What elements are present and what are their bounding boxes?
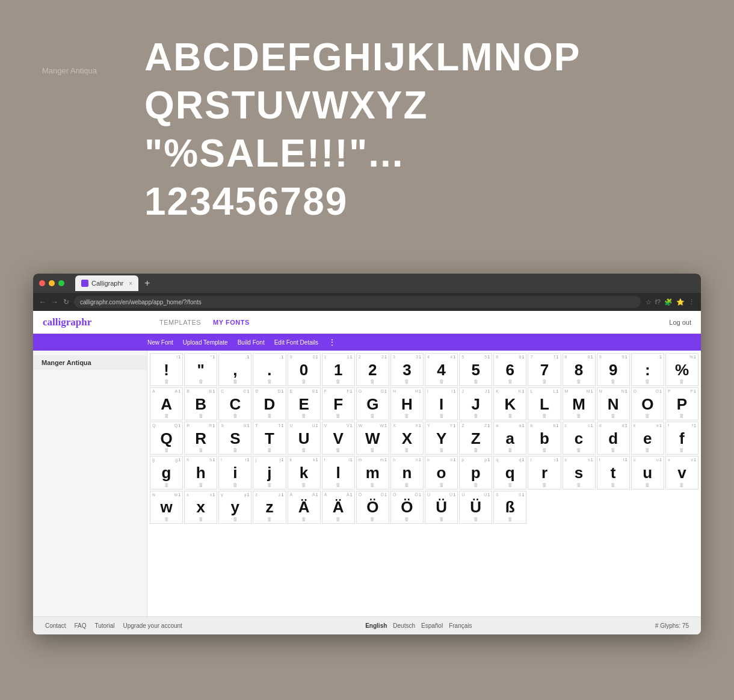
- glyph-cell[interactable]: kk1k🗑: [288, 456, 321, 489]
- logout-button[interactable]: Log out: [669, 319, 691, 326]
- glyph-delete-icon[interactable]: 🗑: [267, 447, 272, 453]
- glyph-delete-icon[interactable]: 🗑: [576, 482, 581, 488]
- nav-my-fonts[interactable]: MY FONTS: [213, 319, 250, 326]
- glyph-delete-icon[interactable]: 🗑: [473, 517, 478, 522]
- glyph-cell[interactable]: 4414🗑: [425, 353, 458, 386]
- lang-francais[interactable]: Français: [449, 622, 472, 629]
- account-icon[interactable]: f?: [655, 298, 661, 306]
- maximize-window-button[interactable]: [58, 280, 64, 286]
- glyph-cell[interactable]: QQ1Q🗑: [150, 422, 183, 455]
- glyph-delete-icon[interactable]: 🗑: [508, 447, 513, 453]
- glyph-cell[interactable]: uu1u🗑: [631, 456, 664, 489]
- more-actions-button[interactable]: ⋮: [328, 337, 336, 347]
- glyph-cell[interactable]: ÜÜ1Ü🗑: [459, 491, 492, 524]
- build-font-button[interactable]: Build Font: [238, 339, 265, 346]
- glyph-delete-icon[interactable]: 🗑: [336, 413, 341, 419]
- lang-english[interactable]: English: [365, 622, 387, 629]
- glyph-delete-icon[interactable]: 🗑: [679, 413, 684, 419]
- glyph-delete-icon[interactable]: 🗑: [645, 447, 650, 453]
- glyph-cell[interactable]: DD1D🗑: [253, 387, 286, 420]
- glyph-delete-icon[interactable]: 🗑: [199, 517, 203, 522]
- glyph-delete-icon[interactable]: 🗑: [439, 447, 444, 453]
- glyph-delete-icon[interactable]: 🗑: [267, 482, 272, 488]
- glyph-cell[interactable]: ßß1ß🗑: [493, 491, 526, 524]
- glyph-cell[interactable]: :1:🗑: [631, 353, 664, 386]
- glyph-cell[interactable]: XX1X🗑: [390, 422, 424, 455]
- glyph-delete-icon[interactable]: 🗑: [473, 379, 478, 384]
- glyph-cell[interactable]: LL1L🗑: [528, 387, 561, 420]
- glyph-delete-icon[interactable]: 🗑: [404, 447, 409, 453]
- glyph-cell[interactable]: ff1f🗑: [665, 422, 699, 455]
- glyph-cell[interactable]: VV1V🗑: [322, 422, 355, 455]
- glyph-delete-icon[interactable]: 🗑: [508, 413, 513, 419]
- glyph-delete-icon[interactable]: 🗑: [542, 447, 547, 453]
- glyph-delete-icon[interactable]: 🗑: [199, 482, 203, 488]
- glyph-delete-icon[interactable]: 🗑: [576, 447, 581, 453]
- glyph-cell[interactable]: KK1K🗑: [493, 387, 526, 420]
- lang-espanol[interactable]: Español: [421, 622, 443, 629]
- glyph-cell[interactable]: "1"🗑: [184, 353, 217, 386]
- glyph-delete-icon[interactable]: 🗑: [301, 379, 306, 384]
- glyph-delete-icon[interactable]: 🗑: [542, 413, 547, 419]
- glyph-delete-icon[interactable]: 🗑: [404, 379, 409, 384]
- address-bar[interactable]: calligraphr.com/en/webapp/app_home/?/fon…: [74, 296, 641, 308]
- glyph-delete-icon[interactable]: 🗑: [508, 517, 513, 522]
- forward-button[interactable]: →: [51, 298, 58, 306]
- glyph-cell[interactable]: PP1P🗑: [665, 387, 699, 420]
- glyph-cell[interactable]: ZZ1Z🗑: [459, 422, 492, 455]
- glyph-delete-icon[interactable]: 🗑: [164, 447, 169, 453]
- glyph-delete-icon[interactable]: 🗑: [301, 413, 306, 419]
- glyph-cell[interactable]: UU1U🗑: [288, 422, 321, 455]
- glyph-cell[interactable]: ee1e🗑: [631, 422, 664, 455]
- glyph-cell[interactable]: 7717🗑: [528, 353, 561, 386]
- glyph-delete-icon[interactable]: 🗑: [301, 447, 306, 453]
- glyph-delete-icon[interactable]: 🗑: [370, 517, 375, 522]
- glyph-cell[interactable]: CC1C🗑: [218, 387, 251, 420]
- glyph-cell[interactable]: xx1x🗑: [184, 491, 217, 524]
- glyph-delete-icon[interactable]: 🗑: [439, 379, 444, 384]
- glyph-cell[interactable]: EE1E🗑: [288, 387, 321, 420]
- glyph-cell[interactable]: tt1t🗑: [597, 456, 630, 489]
- glyph-cell[interactable]: NN1N🗑: [597, 387, 630, 420]
- glyph-delete-icon[interactable]: 🗑: [267, 379, 272, 384]
- glyph-cell[interactable]: SS1S🗑: [218, 422, 251, 455]
- glyph-delete-icon[interactable]: 🗑: [404, 517, 409, 522]
- glyph-cell[interactable]: mm1m🗑: [356, 456, 389, 489]
- glyph-cell[interactable]: 3313🗑: [390, 353, 424, 386]
- glyph-delete-icon[interactable]: 🗑: [336, 447, 341, 453]
- glyph-delete-icon[interactable]: 🗑: [199, 379, 203, 384]
- glyph-cell[interactable]: HH1H🗑: [390, 387, 424, 420]
- new-tab-button[interactable]: +: [144, 278, 150, 289]
- glyph-delete-icon[interactable]: 🗑: [404, 413, 409, 419]
- reload-button[interactable]: ↻: [63, 298, 69, 306]
- glyph-delete-icon[interactable]: 🗑: [679, 379, 684, 384]
- glyph-delete-icon[interactable]: 🗑: [233, 447, 238, 453]
- glyph-cell[interactable]: 6616🗑: [493, 353, 526, 386]
- glyph-delete-icon[interactable]: 🗑: [404, 482, 409, 488]
- footer-upgrade[interactable]: Upgrade your account: [123, 622, 182, 629]
- glyph-delete-icon[interactable]: 🗑: [233, 482, 238, 488]
- glyph-cell[interactable]: rr1r🗑: [528, 456, 561, 489]
- glyph-cell[interactable]: 5515🗑: [459, 353, 492, 386]
- glyph-delete-icon[interactable]: 🗑: [267, 517, 272, 522]
- glyph-delete-icon[interactable]: 🗑: [679, 447, 684, 453]
- glyph-cell[interactable]: FF1F🗑: [322, 387, 355, 420]
- new-font-button[interactable]: New Font: [147, 339, 173, 346]
- tab-close-button[interactable]: ×: [129, 280, 132, 287]
- glyph-cell[interactable]: OO1O🗑: [631, 387, 664, 420]
- sidebar-item-manger-antiqua[interactable]: Manger Antiqua: [33, 355, 147, 370]
- upload-template-button[interactable]: Upload Template: [183, 339, 228, 346]
- glyph-delete-icon[interactable]: 🗑: [611, 482, 615, 488]
- glyph-cell[interactable]: ,1,🗑: [218, 353, 251, 386]
- glyph-cell[interactable]: 8818🗑: [563, 353, 596, 386]
- glyph-cell[interactable]: gg1g🗑: [150, 456, 183, 489]
- glyph-cell[interactable]: 2212🗑: [356, 353, 389, 386]
- glyph-cell[interactable]: aa1a🗑: [493, 422, 526, 455]
- glyph-cell[interactable]: TT1T🗑: [253, 422, 286, 455]
- glyph-cell[interactable]: ÖÖ1Ö🗑: [390, 491, 424, 524]
- browser-tab[interactable]: Calligraphr ×: [75, 275, 138, 291]
- glyph-delete-icon[interactable]: 🗑: [199, 413, 203, 419]
- glyph-cell[interactable]: BB1B🗑: [184, 387, 217, 420]
- glyph-delete-icon[interactable]: 🗑: [473, 447, 478, 453]
- glyph-delete-icon[interactable]: 🗑: [542, 379, 547, 384]
